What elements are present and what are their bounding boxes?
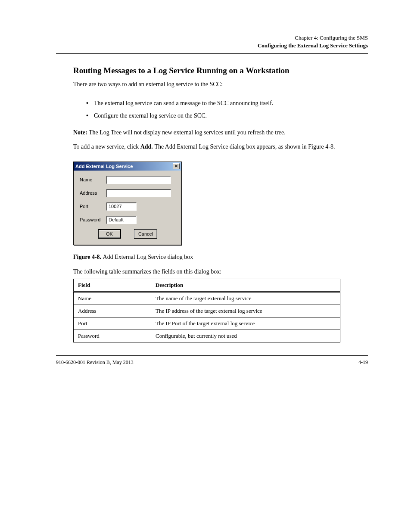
address-label: Address	[80, 190, 106, 196]
th-field: Field	[74, 279, 151, 292]
table-row: Address The IP address of the target ext…	[74, 305, 340, 317]
table-row: Name The name of the target external log…	[74, 292, 340, 305]
footer-right: 4-19	[358, 359, 368, 366]
method-list: The external log service can send a mess…	[86, 99, 368, 121]
name-input[interactable]	[106, 176, 171, 184]
close-icon[interactable]: ✕	[173, 163, 180, 169]
section-heading: Routing Messages to a Log Service Runnin…	[73, 66, 368, 75]
body-paragraph: To add a new service, click Add. The Add…	[73, 142, 368, 152]
ok-button[interactable]: OK	[98, 229, 121, 239]
port-input[interactable]	[106, 202, 137, 211]
list-item: Configure the external log service on th…	[86, 111, 368, 121]
table-row: Password Configurable, but currently not…	[74, 330, 340, 342]
add-external-log-service-dialog: Add External Log Service ✕ Name Address …	[73, 162, 182, 245]
fields-table: Field Description Name The name of the t…	[73, 279, 340, 342]
address-input[interactable]	[106, 189, 171, 197]
dialog-title: Add External Log Service	[75, 164, 133, 169]
cancel-button[interactable]: Cancel	[134, 229, 157, 239]
table-row: Port The IP Port of the target external …	[74, 317, 340, 330]
table-intro: The following table summarizes the field…	[73, 268, 368, 275]
port-label: Port	[80, 204, 106, 209]
list-item: The external log service can send a mess…	[86, 99, 368, 108]
th-description: Description	[151, 279, 340, 292]
footer-left: 910-6620-001 Revision B, May 2013	[56, 359, 134, 366]
dialog-titlebar: Add External Log Service ✕	[74, 162, 181, 171]
password-input[interactable]	[106, 216, 137, 224]
chapter-label: Chapter 4: Configuring the SMS	[56, 34, 368, 41]
password-label: Password	[80, 217, 106, 222]
figure-caption: Figure 4-8. Add External Log Service dia…	[73, 254, 368, 261]
section-intro: There are two ways to add an external lo…	[73, 80, 368, 89]
footer-rule	[56, 355, 368, 356]
name-label: Name	[80, 177, 106, 182]
header-rule	[56, 53, 368, 54]
section-label: Configuring the External Log Service Set…	[56, 42, 368, 49]
note-line: Note: The Log Tree will not display new …	[73, 129, 368, 136]
